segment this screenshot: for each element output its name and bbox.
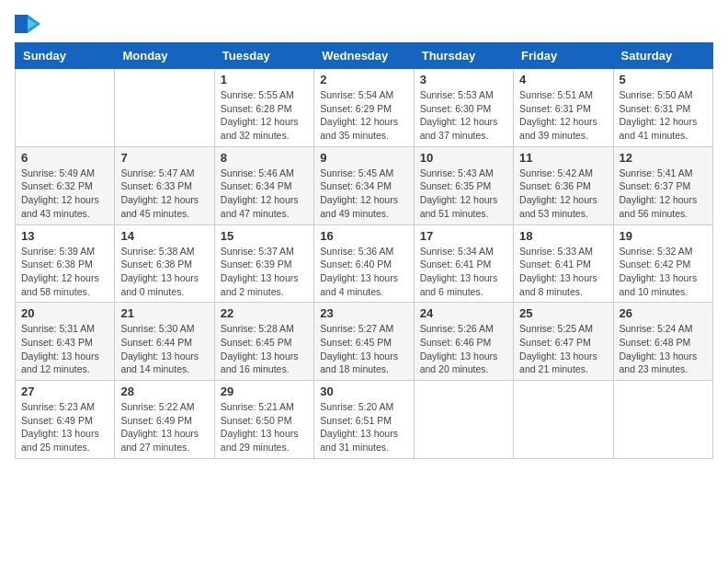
day-cell: 10 Sunrise: 5:43 AM Sunset: 6:35 PM Dayl…	[414, 146, 513, 224]
week-row-3: 13 Sunrise: 5:39 AM Sunset: 6:38 PM Dayl…	[16, 224, 713, 303]
day-info: Sunrise: 5:42 AM Sunset: 6:36 PM Dayligh…	[519, 167, 607, 221]
day-cell: 4 Sunrise: 5:51 AM Sunset: 6:31 PM Dayli…	[514, 69, 613, 147]
day-cell: 27 Sunrise: 5:23 AM Sunset: 6:49 PM Dayl…	[16, 381, 115, 459]
day-info: Sunrise: 5:21 AM Sunset: 6:50 PM Dayligh…	[221, 400, 308, 454]
weekday-header-monday: Monday	[115, 43, 214, 69]
day-number: 30	[320, 385, 407, 398]
day-cell: 9 Sunrise: 5:45 AM Sunset: 6:34 PM Dayli…	[314, 146, 414, 224]
day-cell: 22 Sunrise: 5:28 AM Sunset: 6:45 PM Dayl…	[214, 303, 313, 381]
day-cell	[115, 69, 214, 147]
weekday-header-sunday: Sunday	[16, 43, 115, 69]
week-row-1: 1 Sunrise: 5:55 AM Sunset: 6:28 PM Dayli…	[16, 69, 713, 147]
day-info: Sunrise: 5:25 AM Sunset: 6:47 PM Dayligh…	[519, 322, 607, 376]
logo	[15, 15, 44, 33]
day-number: 16	[320, 229, 407, 243]
week-row-4: 20 Sunrise: 5:31 AM Sunset: 6:43 PM Dayl…	[16, 303, 713, 381]
day-cell: 19 Sunrise: 5:32 AM Sunset: 6:42 PM Dayl…	[613, 224, 712, 303]
day-cell: 21 Sunrise: 5:30 AM Sunset: 6:44 PM Dayl…	[115, 303, 214, 381]
day-info: Sunrise: 5:51 AM Sunset: 6:31 PM Dayligh…	[519, 88, 607, 143]
day-cell: 6 Sunrise: 5:49 AM Sunset: 6:32 PM Dayli…	[16, 146, 115, 224]
day-number: 25	[519, 306, 607, 320]
weekday-header-thursday: Thursday	[414, 43, 513, 69]
day-cell	[16, 69, 115, 147]
day-info: Sunrise: 5:28 AM Sunset: 6:45 PM Dayligh…	[221, 322, 308, 376]
day-cell: 20 Sunrise: 5:31 AM Sunset: 6:43 PM Dayl…	[16, 303, 115, 381]
day-number: 15	[221, 229, 308, 243]
day-number: 28	[120, 385, 208, 398]
day-cell: 26 Sunrise: 5:24 AM Sunset: 6:48 PM Dayl…	[613, 303, 712, 381]
day-info: Sunrise: 5:55 AM Sunset: 6:28 PM Dayligh…	[221, 88, 308, 143]
day-info: Sunrise: 5:38 AM Sunset: 6:38 PM Dayligh…	[120, 245, 208, 299]
day-info: Sunrise: 5:46 AM Sunset: 6:34 PM Dayligh…	[221, 167, 308, 221]
day-number: 23	[320, 306, 407, 320]
day-cell: 14 Sunrise: 5:38 AM Sunset: 6:38 PM Dayl…	[115, 224, 214, 303]
day-cell: 17 Sunrise: 5:34 AM Sunset: 6:41 PM Dayl…	[414, 224, 513, 303]
day-cell: 24 Sunrise: 5:26 AM Sunset: 6:46 PM Dayl…	[414, 303, 513, 381]
logo-icon	[15, 15, 40, 33]
day-info: Sunrise: 5:23 AM Sunset: 6:49 PM Dayligh…	[21, 400, 108, 454]
day-info: Sunrise: 5:37 AM Sunset: 6:39 PM Dayligh…	[221, 245, 308, 299]
day-info: Sunrise: 5:31 AM Sunset: 6:43 PM Dayligh…	[21, 322, 108, 376]
day-info: Sunrise: 5:49 AM Sunset: 6:32 PM Dayligh…	[21, 167, 108, 221]
day-info: Sunrise: 5:53 AM Sunset: 6:30 PM Dayligh…	[420, 88, 507, 143]
day-cell	[613, 381, 712, 459]
day-number: 19	[620, 229, 707, 243]
day-cell	[414, 381, 513, 459]
week-row-2: 6 Sunrise: 5:49 AM Sunset: 6:32 PM Dayli…	[16, 146, 713, 224]
day-number: 6	[21, 151, 108, 165]
day-info: Sunrise: 5:33 AM Sunset: 6:41 PM Dayligh…	[519, 245, 607, 299]
day-info: Sunrise: 5:50 AM Sunset: 6:31 PM Dayligh…	[620, 88, 707, 143]
day-cell: 3 Sunrise: 5:53 AM Sunset: 6:30 PM Dayli…	[414, 69, 513, 147]
day-info: Sunrise: 5:41 AM Sunset: 6:37 PM Dayligh…	[620, 167, 707, 221]
day-info: Sunrise: 5:24 AM Sunset: 6:48 PM Dayligh…	[620, 322, 707, 376]
day-number: 11	[519, 151, 607, 165]
day-number: 10	[420, 151, 507, 165]
weekday-header-friday: Friday	[514, 43, 613, 69]
weekday-header-tuesday: Tuesday	[214, 43, 313, 69]
day-number: 20	[21, 306, 108, 320]
day-cell: 28 Sunrise: 5:22 AM Sunset: 6:49 PM Dayl…	[115, 381, 214, 459]
svg-rect-0	[15, 15, 28, 33]
day-info: Sunrise: 5:32 AM Sunset: 6:42 PM Dayligh…	[620, 245, 707, 299]
day-info: Sunrise: 5:27 AM Sunset: 6:45 PM Dayligh…	[320, 322, 407, 376]
day-cell: 23 Sunrise: 5:27 AM Sunset: 6:45 PM Dayl…	[314, 303, 414, 381]
day-number: 13	[21, 229, 108, 243]
day-info: Sunrise: 5:26 AM Sunset: 6:46 PM Dayligh…	[420, 322, 507, 376]
day-cell: 7 Sunrise: 5:47 AM Sunset: 6:33 PM Dayli…	[115, 146, 214, 224]
day-number: 21	[120, 306, 208, 320]
day-info: Sunrise: 5:34 AM Sunset: 6:41 PM Dayligh…	[420, 245, 507, 299]
weekday-header-row: SundayMondayTuesdayWednesdayThursdayFrid…	[16, 43, 713, 69]
day-info: Sunrise: 5:39 AM Sunset: 6:38 PM Dayligh…	[21, 245, 108, 299]
day-number: 26	[620, 306, 707, 320]
weekday-header-saturday: Saturday	[613, 43, 712, 69]
header	[15, 15, 713, 33]
day-info: Sunrise: 5:20 AM Sunset: 6:51 PM Dayligh…	[320, 400, 407, 454]
day-cell: 5 Sunrise: 5:50 AM Sunset: 6:31 PM Dayli…	[613, 69, 712, 147]
day-info: Sunrise: 5:30 AM Sunset: 6:44 PM Dayligh…	[120, 322, 208, 376]
day-number: 22	[221, 306, 308, 320]
day-cell: 1 Sunrise: 5:55 AM Sunset: 6:28 PM Dayli…	[214, 69, 313, 147]
day-number: 2	[320, 73, 407, 86]
day-cell: 2 Sunrise: 5:54 AM Sunset: 6:29 PM Dayli…	[314, 69, 414, 147]
weekday-header-wednesday: Wednesday	[314, 43, 414, 69]
day-cell: 18 Sunrise: 5:33 AM Sunset: 6:41 PM Dayl…	[514, 224, 613, 303]
day-cell: 15 Sunrise: 5:37 AM Sunset: 6:39 PM Dayl…	[214, 224, 313, 303]
day-number: 8	[221, 151, 308, 165]
day-cell: 11 Sunrise: 5:42 AM Sunset: 6:36 PM Dayl…	[514, 146, 613, 224]
day-cell: 13 Sunrise: 5:39 AM Sunset: 6:38 PM Dayl…	[16, 224, 115, 303]
day-number: 24	[420, 306, 507, 320]
day-cell	[514, 381, 613, 459]
day-info: Sunrise: 5:47 AM Sunset: 6:33 PM Dayligh…	[120, 167, 208, 221]
day-number: 4	[519, 73, 607, 86]
day-number: 9	[320, 151, 407, 165]
day-cell: 16 Sunrise: 5:36 AM Sunset: 6:40 PM Dayl…	[314, 224, 414, 303]
day-number: 5	[620, 73, 707, 86]
day-cell: 12 Sunrise: 5:41 AM Sunset: 6:37 PM Dayl…	[613, 146, 712, 224]
day-number: 18	[519, 229, 607, 243]
day-number: 7	[120, 151, 208, 165]
calendar: SundayMondayTuesdayWednesdayThursdayFrid…	[15, 42, 713, 459]
day-info: Sunrise: 5:22 AM Sunset: 6:49 PM Dayligh…	[120, 400, 208, 454]
day-number: 12	[620, 151, 707, 165]
day-number: 3	[420, 73, 507, 86]
day-info: Sunrise: 5:36 AM Sunset: 6:40 PM Dayligh…	[320, 245, 407, 299]
